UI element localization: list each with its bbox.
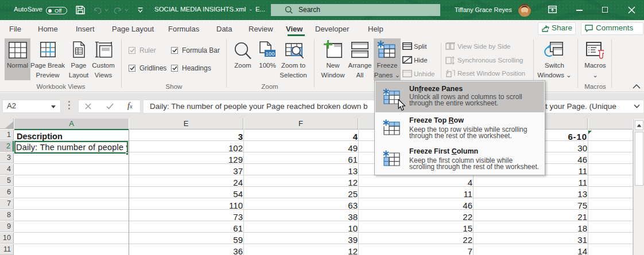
svg-text:100: 100 (266, 50, 275, 57)
